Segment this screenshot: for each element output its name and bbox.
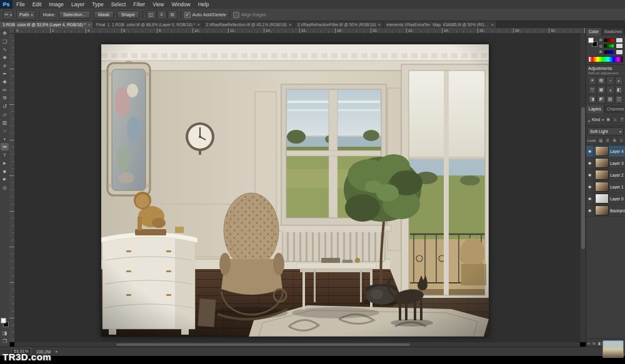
filter-pixel-layers-icon[interactable]: ▣: [605, 116, 611, 123]
channel-value-field[interactable]: [616, 37, 623, 43]
brush-tool[interactable]: ✏: [1, 86, 9, 94]
horizontal-scrollbar-thumb[interactable]: [116, 343, 411, 346]
move-tool[interactable]: ✥: [1, 29, 9, 37]
layer-row[interactable]: ◉Layer 4: [586, 145, 625, 157]
lock-transparency-icon[interactable]: ▨: [598, 137, 604, 144]
crop-tool[interactable]: #: [1, 62, 9, 69]
link-layers-icon[interactable]: ∞: [588, 342, 590, 345]
menu-view[interactable]: View: [149, 0, 168, 9]
layer-row[interactable]: ◉Layer 3: [586, 157, 625, 169]
visibility-eye-icon[interactable]: ◉: [586, 193, 594, 204]
layer-row[interactable]: ◉Layer 0: [586, 193, 625, 205]
tab-close-icon[interactable]: ×: [197, 22, 200, 27]
pen-tool[interactable]: ✑: [1, 143, 9, 150]
path-arrange-icon[interactable]: ⧉: [168, 10, 178, 19]
foreground-color-swatch[interactable]: [1, 318, 6, 323]
history-brush-tool[interactable]: ↺: [1, 102, 9, 110]
channel-value-field[interactable]: [616, 43, 623, 49]
quick-selection-tool[interactable]: ❖: [1, 54, 9, 61]
tab-close-icon[interactable]: ×: [289, 22, 292, 27]
tab-close-icon[interactable]: ×: [378, 22, 381, 27]
color-balance-adjustment-icon[interactable]: ◑: [606, 86, 614, 94]
filter-type-layers-icon[interactable]: T: [619, 116, 625, 123]
invert-adjustment-icon[interactable]: ◫: [615, 95, 623, 104]
healing-brush-tool[interactable]: ✚: [1, 78, 9, 86]
rectangular-marquee-tool[interactable]: ❑: [1, 37, 9, 45]
zoom-tool[interactable]: ◎: [1, 184, 9, 191]
auto-add-delete-option[interactable]: ✓ Auto Add/Delete: [184, 12, 226, 18]
channel-slider[interactable]: [604, 50, 614, 54]
lock-all-icon[interactable]: ▪: [618, 137, 624, 144]
blur-tool[interactable]: ○: [1, 127, 9, 134]
layer-row[interactable]: ◉Background: [586, 205, 625, 217]
menu-window[interactable]: Window: [168, 0, 194, 9]
menu-filter[interactable]: Filter: [129, 0, 149, 9]
visibility-eye-icon[interactable]: ◉: [586, 205, 594, 216]
black-white-adjustment-icon[interactable]: ◧: [615, 86, 623, 94]
document-tab[interactable]: elements.VRayExtraTex_Map_#34685.tif @ 5…: [384, 21, 497, 28]
tab-close-icon[interactable]: ×: [88, 22, 91, 27]
make-shape-button[interactable]: Shape: [117, 11, 139, 19]
exposure-adjustment-icon[interactable]: ◐: [615, 76, 623, 85]
layer-row[interactable]: ◉Layer 1: [586, 181, 625, 193]
tool-mode-select[interactable]: Path: [16, 10, 36, 19]
hue-saturation-adjustment-icon[interactable]: ▦: [597, 86, 605, 94]
path-selection-tool[interactable]: ►: [1, 159, 9, 167]
vertical-scrollbar-thumb[interactable]: [581, 107, 585, 250]
channel-slider[interactable]: [604, 38, 614, 42]
panel-tab-color[interactable]: Color: [586, 28, 602, 36]
panel-color-swatches[interactable]: [588, 37, 598, 47]
tab-close-icon[interactable]: ×: [491, 22, 494, 27]
path-alignment-icon[interactable]: ≡: [157, 10, 167, 19]
filter-kind-select[interactable]: Kind: [592, 117, 604, 122]
color-lookup-adjustment-icon[interactable]: ▧: [606, 95, 614, 104]
blend-mode-select[interactable]: Soft Light: [588, 127, 624, 135]
align-edges-checkbox[interactable]: [233, 12, 239, 18]
layer-mask-icon[interactable]: ◧: [598, 341, 602, 345]
visibility-eye-icon[interactable]: ◉: [586, 169, 594, 180]
pen-tool-preset-icon[interactable]: ✑: [3, 10, 13, 19]
canvas-image[interactable]: [101, 44, 489, 337]
menu-help[interactable]: Help: [194, 0, 212, 9]
channel-mixer-adjustment-icon[interactable]: ◩: [597, 95, 605, 104]
eyedropper-tool[interactable]: ✒: [1, 70, 9, 77]
photo-filter-adjustment-icon[interactable]: ◨: [588, 95, 596, 104]
canvas-pasteboard[interactable]: [14, 33, 580, 342]
menu-image[interactable]: Image: [45, 0, 68, 9]
clone-stamp-tool[interactable]: ⧉: [1, 94, 9, 102]
document-tab[interactable]: 3.VRayRefractionFilter.tif @ 50% (RGB/16…: [294, 21, 384, 28]
document-tab[interactable]: 3.VRayRawReflection.tif @ 45,1% (RGB/16)…: [203, 21, 295, 28]
status-options-arrow[interactable]: [56, 349, 58, 354]
panel-tab-channels[interactable]: Channels: [604, 106, 625, 113]
brightness-contrast-adjustment-icon[interactable]: ☀: [588, 76, 596, 85]
make-selection-button[interactable]: Selection...: [59, 11, 91, 19]
channel-slider[interactable]: [604, 44, 614, 48]
levels-adjustment-icon[interactable]: ▤: [597, 76, 605, 85]
lock-position-icon[interactable]: ✥: [611, 137, 618, 144]
panel-tab-layers[interactable]: Layers: [586, 106, 604, 113]
panel-tab-swatches[interactable]: Swatches: [602, 28, 625, 36]
document-tab[interactable]: 3.RGB_color.tif @ 53,9% (Layer 4, RGB/16…: [0, 21, 94, 28]
visibility-eye-icon[interactable]: ◉: [586, 157, 594, 169]
rectangle-tool[interactable]: ■: [1, 167, 9, 175]
make-mask-button[interactable]: Mask: [94, 11, 114, 19]
curves-adjustment-icon[interactable]: ◔: [606, 76, 614, 85]
lock-pixels-icon[interactable]: ✛: [604, 137, 611, 144]
menu-edit[interactable]: Edit: [29, 0, 46, 9]
gradient-tool[interactable]: ▥: [1, 119, 9, 126]
ruler-origin-corner[interactable]: [9, 28, 15, 34]
type-tool[interactable]: T: [1, 151, 9, 159]
quick-mask-button[interactable]: ◨: [1, 329, 9, 337]
foreground-background-swatches[interactable]: [1, 318, 9, 327]
visibility-eye-icon[interactable]: ◉: [586, 181, 594, 192]
align-edges-option[interactable]: Align Edges: [233, 12, 266, 18]
eraser-tool[interactable]: ▱: [1, 111, 9, 118]
document-tab[interactable]: Final_1_1.RGB_color.tif @ 88,6% (Layer 0…: [94, 21, 203, 28]
filter-funnel-icon[interactable]: [588, 114, 591, 125]
filter-adjustment-layers-icon[interactable]: ◒: [612, 116, 618, 123]
color-spectrum-ramp[interactable]: [588, 56, 623, 62]
menu-select[interactable]: Select: [108, 0, 130, 9]
layer-effects-icon[interactable]: fx: [592, 342, 596, 345]
hand-tool[interactable]: ☛: [1, 175, 9, 183]
screen-mode-button[interactable]: ❒: [1, 337, 9, 345]
